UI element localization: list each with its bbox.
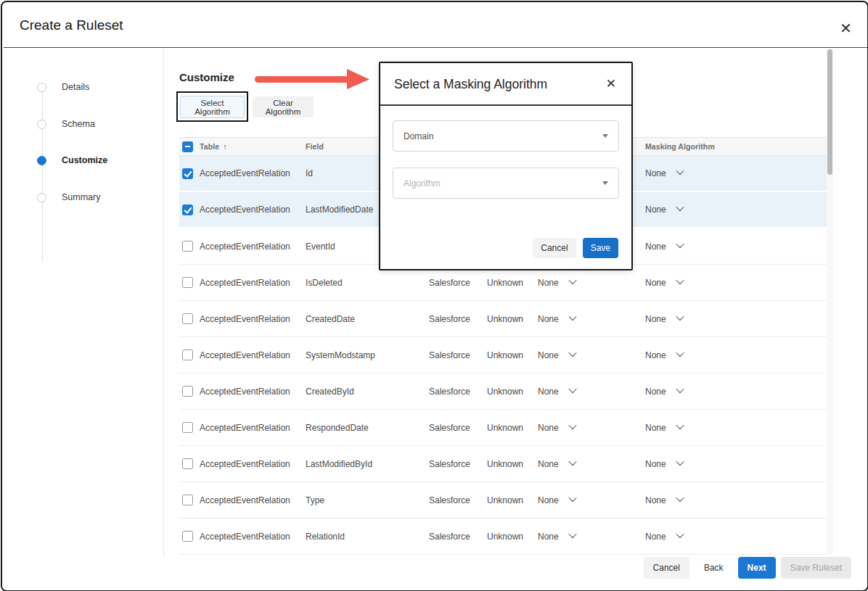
- table-row[interactable]: AcceptedEventRelation LastModifiedById S…: [179, 446, 827, 482]
- domain-dropdown[interactable]: None: [538, 337, 576, 373]
- create-ruleset-dialog: Create a Ruleset ✕ Details Schema Custom…: [1, 1, 868, 591]
- table-row[interactable]: AcceptedEventRelation SystemModstamp Sal…: [179, 337, 827, 373]
- chevron-down-icon: [568, 493, 576, 501]
- algorithm-select[interactable]: Algorithm: [393, 168, 619, 199]
- masking-value: None: [645, 495, 666, 505]
- row-checkbox-cell[interactable]: [182, 373, 193, 409]
- table-row[interactable]: AcceptedEventRelation RelationId Salesfo…: [179, 518, 827, 555]
- row-checkbox-cell[interactable]: [182, 192, 193, 227]
- chevron-down-icon: [568, 529, 576, 537]
- masking-algorithm-dropdown[interactable]: None: [645, 410, 683, 445]
- masking-algorithm-dropdown[interactable]: None: [645, 265, 683, 300]
- select-all-checkbox-indeterminate[interactable]: [182, 141, 193, 152]
- row-checkbox-cell[interactable]: [182, 446, 193, 482]
- chevron-down-icon: [676, 276, 684, 284]
- modal-save-button[interactable]: Save: [583, 238, 618, 258]
- masking-algorithm-dropdown[interactable]: None: [645, 192, 683, 227]
- column-header-masking-algorithm[interactable]: Masking Algorithm: [645, 138, 715, 155]
- row-checkbox-cell[interactable]: [182, 518, 193, 554]
- row-checkbox-cell[interactable]: [182, 265, 193, 300]
- select-all-cell[interactable]: [182, 138, 193, 155]
- step-details[interactable]: Details: [37, 82, 89, 92]
- clear-algorithm-button[interactable]: Clear Algorithm: [253, 96, 314, 117]
- table-row[interactable]: AcceptedEventRelation CreatedById Salesf…: [179, 373, 827, 410]
- dialog-footer: Cancel Back Next Save Ruleset: [644, 557, 851, 579]
- domain-dropdown[interactable]: None: [538, 446, 576, 482]
- scrollbar-thumb[interactable]: [827, 49, 832, 175]
- modal-title: Select a Masking Algorithm: [394, 77, 547, 92]
- chevron-down-icon: [676, 203, 684, 211]
- modal-close-icon[interactable]: ✕: [606, 78, 616, 90]
- domain-dropdown[interactable]: None: [538, 373, 576, 409]
- row-checkbox[interactable]: [182, 313, 193, 324]
- masking-algorithm-dropdown[interactable]: None: [645, 518, 683, 554]
- cell-table: AcceptedEventRelation: [200, 482, 290, 518]
- row-checkbox[interactable]: [182, 277, 193, 288]
- modal-cancel-button[interactable]: Cancel: [533, 238, 576, 258]
- row-checkbox[interactable]: [182, 204, 193, 215]
- masking-algorithm-dropdown[interactable]: None: [645, 337, 683, 373]
- row-checkbox-cell[interactable]: [182, 410, 193, 445]
- row-checkbox[interactable]: [182, 350, 193, 360]
- row-checkbox[interactable]: [182, 386, 193, 397]
- step-summary[interactable]: Summary: [37, 192, 100, 202]
- step-customize[interactable]: Customize: [37, 155, 107, 165]
- row-checkbox-cell[interactable]: [182, 482, 193, 518]
- domain-dropdown[interactable]: None: [538, 410, 576, 445]
- row-checkbox[interactable]: [182, 531, 193, 542]
- row-checkbox[interactable]: [182, 458, 193, 469]
- column-header-table[interactable]: Table ↑: [200, 138, 227, 155]
- cell-table: AcceptedEventRelation: [200, 373, 290, 409]
- masking-algorithm-dropdown[interactable]: None: [645, 156, 683, 191]
- column-header-field[interactable]: Field: [306, 138, 324, 155]
- row-checkbox[interactable]: [182, 241, 193, 252]
- close-icon[interactable]: ✕: [840, 21, 852, 36]
- cell-type: Unknown: [487, 373, 523, 409]
- masking-value: None: [645, 168, 666, 178]
- cell-type: Unknown: [487, 337, 523, 373]
- domain-dropdown[interactable]: None: [538, 518, 576, 554]
- row-checkbox-cell[interactable]: [182, 228, 193, 264]
- cell-type: Unknown: [487, 410, 523, 445]
- cell-table: AcceptedEventRelation: [200, 301, 290, 336]
- domain-value: None: [538, 495, 559, 505]
- domain-dropdown[interactable]: None: [538, 301, 576, 336]
- domain-value: None: [538, 278, 559, 288]
- cell-type: Unknown: [487, 518, 523, 554]
- table-row[interactable]: AcceptedEventRelation RespondedDate Sale…: [179, 410, 827, 446]
- select-algorithm-button[interactable]: Select Algorithm: [180, 96, 245, 118]
- masking-value: None: [645, 204, 666, 215]
- masking-value: None: [645, 278, 666, 288]
- masking-algorithm-dropdown[interactable]: None: [645, 373, 683, 409]
- table-row[interactable]: AcceptedEventRelation Type Salesforce Un…: [179, 482, 827, 518]
- back-button[interactable]: Back: [695, 557, 733, 579]
- table-row[interactable]: AcceptedEventRelation CreatedDate Salesf…: [179, 301, 827, 337]
- cancel-button[interactable]: Cancel: [644, 557, 689, 579]
- sidebar-divider: [163, 49, 164, 556]
- masking-algorithm-dropdown[interactable]: None: [645, 228, 683, 264]
- masking-algorithm-dropdown[interactable]: None: [645, 446, 683, 482]
- row-checkbox-cell[interactable]: [182, 301, 193, 336]
- row-checkbox[interactable]: [182, 422, 193, 433]
- masking-algorithm-dropdown[interactable]: None: [645, 482, 683, 518]
- row-checkbox[interactable]: [182, 168, 193, 179]
- chevron-down-icon: [568, 312, 576, 320]
- cell-field: RespondedDate: [306, 410, 369, 445]
- domain-value: None: [538, 387, 559, 397]
- row-checkbox[interactable]: [182, 495, 193, 505]
- chevron-down-icon: [676, 312, 684, 320]
- row-checkbox-cell[interactable]: [182, 156, 193, 191]
- masking-value: None: [645, 387, 666, 397]
- cell-field: LastModifiedDate: [306, 192, 373, 227]
- next-button[interactable]: Next: [738, 557, 776, 579]
- domain-select[interactable]: Domain: [393, 120, 619, 152]
- chevron-down-icon: [568, 384, 576, 392]
- step-schema[interactable]: Schema: [37, 119, 95, 129]
- cell-source: Salesforce: [429, 410, 470, 445]
- domain-dropdown[interactable]: None: [538, 482, 576, 518]
- row-checkbox-cell[interactable]: [182, 337, 193, 373]
- masking-algorithm-dropdown[interactable]: None: [645, 301, 683, 336]
- cell-field: IsDeleted: [306, 265, 343, 300]
- cell-source: Salesforce: [429, 337, 470, 373]
- chevron-down-icon: [676, 529, 684, 537]
